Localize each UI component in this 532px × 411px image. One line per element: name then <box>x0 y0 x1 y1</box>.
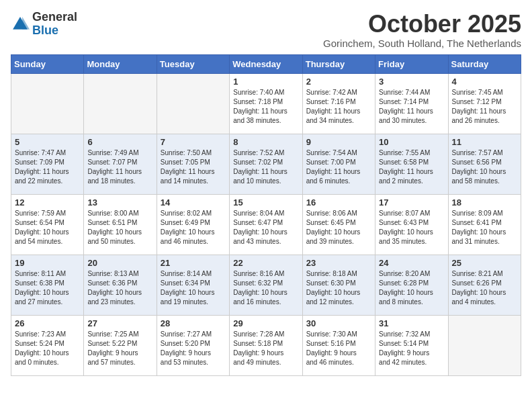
calendar-cell: 5Sunrise: 7:47 AM Sunset: 7:09 PM Daylig… <box>11 134 84 194</box>
day-number: 11 <box>452 137 517 147</box>
day-info: Sunrise: 7:27 AM Sunset: 5:20 PM Dayligh… <box>161 330 226 367</box>
day-info: Sunrise: 7:59 AM Sunset: 6:54 PM Dayligh… <box>15 209 80 246</box>
calendar-cell: 7Sunrise: 7:50 AM Sunset: 7:05 PM Daylig… <box>157 134 229 194</box>
day-info: Sunrise: 7:44 AM Sunset: 7:14 PM Dayligh… <box>379 88 444 126</box>
header-monday: Monday <box>84 54 157 73</box>
day-number: 26 <box>15 318 80 328</box>
day-number: 25 <box>452 258 517 268</box>
month-title: October 2025 <box>323 11 521 38</box>
day-info: Sunrise: 7:32 AM Sunset: 5:14 PM Dayligh… <box>379 330 444 367</box>
day-info: Sunrise: 7:54 AM Sunset: 7:00 PM Dayligh… <box>306 148 371 186</box>
day-info: Sunrise: 7:49 AM Sunset: 7:07 PM Dayligh… <box>87 148 152 186</box>
header-sunday: Sunday <box>11 54 84 73</box>
day-number: 14 <box>161 197 226 208</box>
calendar-cell: 13Sunrise: 8:00 AM Sunset: 6:51 PM Dayli… <box>84 194 157 255</box>
page-header: General Blue October 2025 Gorinchem, Sou… <box>11 11 521 49</box>
subtitle: Gorinchem, South Holland, The Netherland… <box>323 38 521 49</box>
day-info: Sunrise: 8:21 AM Sunset: 6:26 PM Dayligh… <box>452 269 517 307</box>
logo: General Blue <box>11 11 77 38</box>
day-info: Sunrise: 8:04 AM Sunset: 6:47 PM Dayligh… <box>233 209 298 246</box>
header-tuesday: Tuesday <box>157 54 229 73</box>
calendar-cell: 20Sunrise: 8:13 AM Sunset: 6:36 PM Dayli… <box>84 255 157 315</box>
calendar-cell: 12Sunrise: 7:59 AM Sunset: 6:54 PM Dayli… <box>11 194 84 255</box>
day-number: 10 <box>379 137 444 147</box>
calendar-cell: 25Sunrise: 8:21 AM Sunset: 6:26 PM Dayli… <box>448 255 521 315</box>
calendar-table: SundayMondayTuesdayWednesdayThursdayFrid… <box>11 54 521 376</box>
day-number: 18 <box>452 197 517 208</box>
logo-text: General Blue <box>32 11 77 38</box>
day-info: Sunrise: 7:42 AM Sunset: 7:16 PM Dayligh… <box>306 88 371 126</box>
week-row-1: 1Sunrise: 7:40 AM Sunset: 7:18 PM Daylig… <box>11 73 521 134</box>
calendar-cell: 4Sunrise: 7:45 AM Sunset: 7:12 PM Daylig… <box>448 73 521 134</box>
calendar-cell: 1Sunrise: 7:40 AM Sunset: 7:18 PM Daylig… <box>230 73 302 134</box>
calendar-cell: 18Sunrise: 8:09 AM Sunset: 6:41 PM Dayli… <box>448 194 521 255</box>
day-number: 21 <box>161 258 226 268</box>
calendar-cell: 29Sunrise: 7:28 AM Sunset: 5:18 PM Dayli… <box>230 315 302 375</box>
day-number: 1 <box>233 77 298 87</box>
day-info: Sunrise: 7:52 AM Sunset: 7:02 PM Dayligh… <box>233 148 298 186</box>
calendar-cell: 3Sunrise: 7:44 AM Sunset: 7:14 PM Daylig… <box>375 73 448 134</box>
calendar-cell: 19Sunrise: 8:11 AM Sunset: 6:38 PM Dayli… <box>11 255 84 315</box>
day-info: Sunrise: 8:02 AM Sunset: 6:49 PM Dayligh… <box>161 209 226 246</box>
day-info: Sunrise: 7:47 AM Sunset: 7:09 PM Dayligh… <box>15 148 80 186</box>
calendar-cell <box>11 73 84 134</box>
day-number: 17 <box>379 197 444 208</box>
day-number: 5 <box>15 137 80 147</box>
day-info: Sunrise: 8:16 AM Sunset: 6:32 PM Dayligh… <box>233 269 298 307</box>
svg-marker-1 <box>22 17 30 30</box>
day-number: 8 <box>233 137 298 147</box>
day-info: Sunrise: 7:40 AM Sunset: 7:18 PM Dayligh… <box>233 88 298 126</box>
week-row-5: 26Sunrise: 7:23 AM Sunset: 5:24 PM Dayli… <box>11 315 521 375</box>
calendar-cell <box>157 73 229 134</box>
day-number: 22 <box>233 258 298 268</box>
day-number: 12 <box>15 197 80 208</box>
calendar-cell <box>448 315 521 375</box>
calendar-cell: 28Sunrise: 7:27 AM Sunset: 5:20 PM Dayli… <box>157 315 229 375</box>
header-saturday: Saturday <box>448 54 521 73</box>
header-friday: Friday <box>375 54 448 73</box>
header-wednesday: Wednesday <box>230 54 302 73</box>
day-number: 20 <box>87 258 152 268</box>
day-number: 2 <box>306 77 371 87</box>
day-info: Sunrise: 7:30 AM Sunset: 5:16 PM Dayligh… <box>306 330 371 367</box>
calendar-cell: 23Sunrise: 8:18 AM Sunset: 6:30 PM Dayli… <box>302 255 375 315</box>
week-row-4: 19Sunrise: 8:11 AM Sunset: 6:38 PM Dayli… <box>11 255 521 315</box>
calendar-cell: 2Sunrise: 7:42 AM Sunset: 7:16 PM Daylig… <box>302 73 375 134</box>
day-info: Sunrise: 7:45 AM Sunset: 7:12 PM Dayligh… <box>452 88 517 126</box>
day-number: 23 <box>306 258 371 268</box>
calendar-cell: 15Sunrise: 8:04 AM Sunset: 6:47 PM Dayli… <box>230 194 302 255</box>
calendar-cell: 9Sunrise: 7:54 AM Sunset: 7:00 PM Daylig… <box>302 134 375 194</box>
calendar-cell: 27Sunrise: 7:25 AM Sunset: 5:22 PM Dayli… <box>84 315 157 375</box>
calendar-cell: 16Sunrise: 8:06 AM Sunset: 6:45 PM Dayli… <box>302 194 375 255</box>
day-number: 24 <box>379 258 444 268</box>
day-number: 29 <box>233 318 298 328</box>
day-info: Sunrise: 7:25 AM Sunset: 5:22 PM Dayligh… <box>87 330 152 367</box>
day-info: Sunrise: 8:11 AM Sunset: 6:38 PM Dayligh… <box>15 269 80 307</box>
calendar-cell: 30Sunrise: 7:30 AM Sunset: 5:16 PM Dayli… <box>302 315 375 375</box>
logo-icon <box>11 15 30 34</box>
calendar-cell: 8Sunrise: 7:52 AM Sunset: 7:02 PM Daylig… <box>230 134 302 194</box>
day-number: 30 <box>306 318 371 328</box>
day-number: 3 <box>379 77 444 87</box>
day-info: Sunrise: 7:50 AM Sunset: 7:05 PM Dayligh… <box>161 148 226 186</box>
day-info: Sunrise: 8:14 AM Sunset: 6:34 PM Dayligh… <box>161 269 226 307</box>
day-number: 16 <box>306 197 371 208</box>
day-number: 15 <box>233 197 298 208</box>
title-block: October 2025 Gorinchem, South Holland, T… <box>323 11 521 49</box>
calendar-cell: 14Sunrise: 8:02 AM Sunset: 6:49 PM Dayli… <box>157 194 229 255</box>
day-info: Sunrise: 8:13 AM Sunset: 6:36 PM Dayligh… <box>87 269 152 307</box>
week-row-2: 5Sunrise: 7:47 AM Sunset: 7:09 PM Daylig… <box>11 134 521 194</box>
calendar-cell: 31Sunrise: 7:32 AM Sunset: 5:14 PM Dayli… <box>375 315 448 375</box>
day-number: 31 <box>379 318 444 328</box>
day-info: Sunrise: 8:09 AM Sunset: 6:41 PM Dayligh… <box>452 209 517 246</box>
calendar-cell: 24Sunrise: 8:20 AM Sunset: 6:28 PM Dayli… <box>375 255 448 315</box>
calendar-cell: 22Sunrise: 8:16 AM Sunset: 6:32 PM Dayli… <box>230 255 302 315</box>
calendar-cell: 10Sunrise: 7:55 AM Sunset: 6:58 PM Dayli… <box>375 134 448 194</box>
calendar-cell <box>84 73 157 134</box>
header-row: SundayMondayTuesdayWednesdayThursdayFrid… <box>11 54 521 73</box>
day-info: Sunrise: 8:07 AM Sunset: 6:43 PM Dayligh… <box>379 209 444 246</box>
day-info: Sunrise: 7:55 AM Sunset: 6:58 PM Dayligh… <box>379 148 444 186</box>
calendar-cell: 6Sunrise: 7:49 AM Sunset: 7:07 PM Daylig… <box>84 134 157 194</box>
day-number: 6 <box>87 137 152 147</box>
header-thursday: Thursday <box>302 54 375 73</box>
